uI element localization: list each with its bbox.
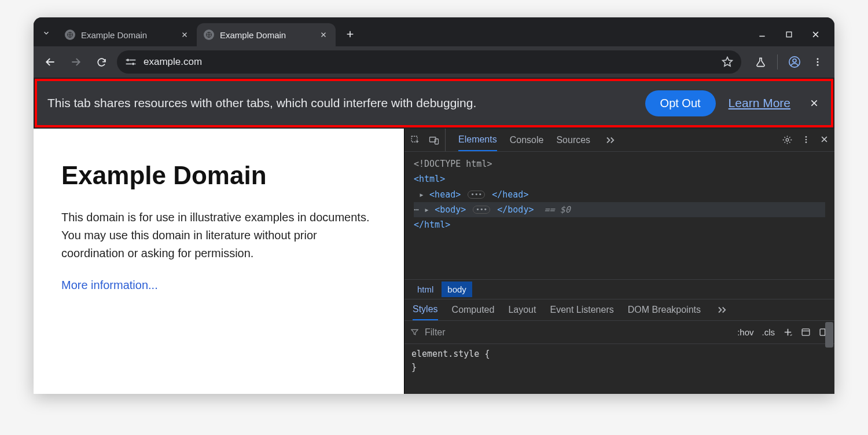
computed-styles-button[interactable] — [801, 327, 811, 337]
page-content: Example Domain This domain is for use in… — [34, 129, 404, 394]
more-styles-tabs-button[interactable] — [717, 306, 727, 314]
url-text: example.com — [144, 56, 715, 68]
tab-bar: Example Domain Example Domain — [34, 17, 834, 46]
devtools-settings-button[interactable] — [782, 135, 792, 145]
styles-filter-row: Filter :hov .cls — [404, 321, 834, 344]
content-row: Example Domain This domain is for use in… — [34, 129, 834, 394]
reload-icon — [96, 57, 107, 68]
kebab-icon — [812, 57, 823, 67]
tab-event-listeners[interactable]: Event Listeners — [550, 299, 613, 320]
gear-icon — [782, 135, 792, 145]
ellipsis-icon: ⋯ — [414, 204, 419, 215]
dom-tree[interactable]: <!DOCTYPE html> <html> ▸ <head> ••• </he… — [404, 152, 834, 279]
styles-filter-input[interactable]: Filter — [410, 327, 731, 338]
tab-sources[interactable]: Sources — [556, 129, 590, 151]
dom-body-close: </body> — [497, 204, 534, 215]
new-style-rule-button[interactable] — [783, 327, 793, 337]
close-icon — [181, 31, 188, 38]
more-tabs-button[interactable] — [605, 136, 616, 144]
cls-toggle[interactable]: .cls — [762, 327, 775, 337]
scrollbar-thumb[interactable] — [825, 322, 833, 348]
globe-icon — [65, 30, 75, 40]
flask-icon — [755, 57, 766, 68]
more-information-link[interactable]: More information... — [61, 279, 158, 291]
kebab-icon — [801, 135, 811, 144]
globe-icon — [204, 30, 214, 40]
tab-title: Example Domain — [220, 30, 312, 40]
styles-tabs: Styles Computed Layout Event Listeners D… — [404, 299, 834, 321]
inspect-element-button[interactable] — [410, 135, 421, 145]
devtools-close-button[interactable] — [820, 135, 829, 145]
tab-computed[interactable]: Computed — [452, 299, 495, 320]
page-heading: Example Domain — [61, 161, 381, 190]
caret-right-icon[interactable]: ▸ — [424, 204, 429, 215]
site-settings-icon[interactable] — [125, 58, 137, 66]
back-button[interactable] — [41, 52, 60, 72]
svg-point-8 — [817, 61, 819, 63]
learn-more-link[interactable]: Learn More — [729, 96, 790, 110]
tab-layout[interactable]: Layout — [508, 299, 536, 320]
svg-point-3 — [127, 59, 129, 61]
bookmark-button[interactable] — [722, 56, 733, 68]
hov-toggle[interactable]: :hov — [737, 327, 753, 337]
device-toggle-button[interactable] — [429, 135, 439, 145]
filter-placeholder: Filter — [425, 327, 446, 338]
menu-button[interactable] — [808, 52, 827, 72]
devices-icon — [429, 135, 439, 145]
close-tab-button[interactable] — [318, 30, 329, 40]
tab-title: Example Domain — [81, 30, 174, 40]
close-icon — [811, 30, 820, 39]
minimize-icon — [758, 30, 766, 38]
svg-point-7 — [817, 58, 819, 60]
experiments-button[interactable] — [751, 52, 770, 72]
svg-point-4 — [132, 63, 134, 65]
tab-console[interactable]: Console — [510, 129, 544, 151]
plus-icon — [783, 327, 793, 337]
close-tab-button[interactable] — [179, 30, 190, 40]
svg-rect-2 — [786, 32, 792, 37]
profile-button[interactable] — [785, 52, 804, 72]
dom-doctype: <!DOCTYPE html> — [414, 159, 492, 169]
address-bar[interactable]: example.com — [117, 50, 741, 74]
toolbar-right — [751, 52, 827, 72]
dom-head-close: </head> — [492, 189, 528, 200]
devtools-tabs: Elements Console Sources — [404, 129, 834, 152]
dom-head[interactable]: <head> — [429, 189, 461, 200]
profile-icon — [788, 56, 801, 68]
svg-rect-17 — [802, 329, 810, 335]
maximize-icon — [785, 31, 793, 38]
maximize-button[interactable] — [784, 29, 794, 39]
opt-out-button[interactable]: Opt Out — [645, 90, 716, 116]
close-icon — [820, 135, 829, 144]
star-icon — [722, 56, 733, 68]
close-window-button[interactable] — [810, 29, 821, 39]
styles-body[interactable]: element.style { } — [404, 344, 834, 394]
devtools: Elements Console Sources — [404, 129, 834, 394]
tab-styles[interactable]: Styles — [413, 299, 438, 320]
devtools-menu-button[interactable] — [801, 135, 811, 145]
tab-active[interactable]: Example Domain — [197, 23, 336, 46]
svg-point-6 — [793, 59, 796, 63]
tab-elements[interactable]: Elements — [458, 129, 497, 151]
tab-dom-breakpoints[interactable]: DOM Breakpoints — [628, 299, 701, 320]
infobar-message: This tab shares resources with other tab… — [47, 96, 632, 110]
new-tab-button[interactable] — [341, 25, 359, 43]
infobar-close-button[interactable] — [808, 97, 821, 109]
ellipsis-icon[interactable]: ••• — [468, 191, 485, 199]
reload-button[interactable] — [91, 52, 111, 72]
caret-right-icon[interactable]: ▸ — [419, 189, 424, 200]
tab-inactive[interactable]: Example Domain — [58, 23, 197, 46]
svg-point-13 — [786, 138, 789, 141]
svg-point-14 — [806, 136, 807, 138]
svg-point-15 — [806, 139, 807, 141]
minimize-button[interactable] — [757, 29, 767, 39]
inspect-icon — [410, 135, 421, 145]
separator — [777, 54, 778, 70]
forward-button[interactable] — [66, 52, 86, 72]
dom-body[interactable]: <body> — [435, 204, 466, 215]
style-rule-line1: element.style { — [411, 348, 827, 361]
breadcrumb-body[interactable]: body — [442, 282, 472, 297]
ellipsis-icon[interactable]: ••• — [473, 206, 490, 214]
tab-list-dropdown[interactable] — [38, 25, 54, 41]
breadcrumb-html[interactable]: html — [411, 282, 439, 297]
